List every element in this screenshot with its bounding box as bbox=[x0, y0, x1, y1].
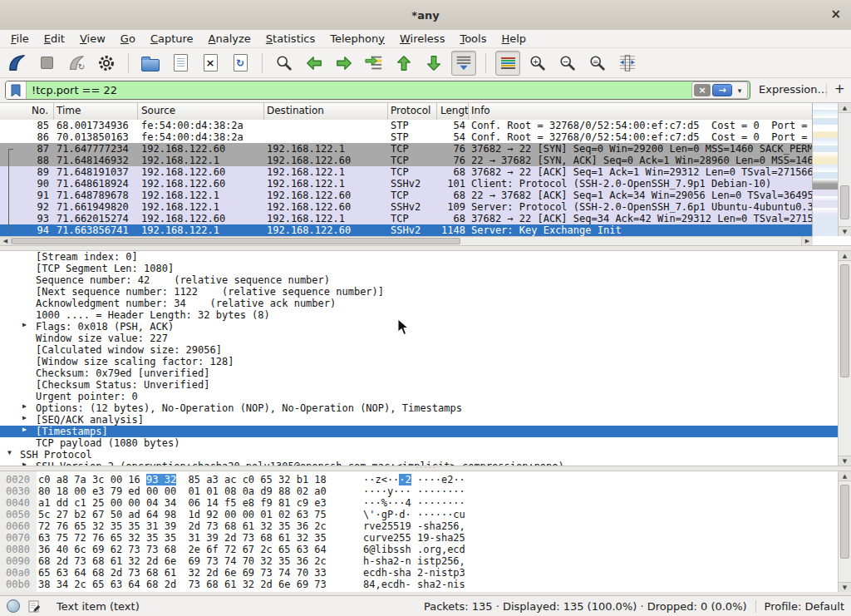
display-filter-field[interactable] bbox=[5, 81, 750, 100]
detail-row[interactable]: TCP payload (1080 bytes) bbox=[0, 437, 838, 449]
hex-row-00a0[interactable]: 00a065 63 64 68 2d 73 68 61 32 2d 6e 69 … bbox=[0, 567, 838, 579]
detail-row[interactable]: [Next sequence number: 1122 (relative se… bbox=[0, 286, 838, 298]
hex-row-0020[interactable]: 0020c0 a8 7a 3c 00 16 93 32 85 a3 ac c0 … bbox=[0, 474, 838, 485]
intelligent-scrollbar-minimap[interactable] bbox=[812, 103, 838, 236]
column-header-time[interactable]: Time bbox=[54, 103, 138, 120]
filter-history-caret-icon[interactable] bbox=[734, 86, 745, 95]
tree-collapsed-icon[interactable]: ▶ bbox=[22, 321, 27, 328]
tree-collapsed-icon[interactable]: ▶ bbox=[22, 426, 27, 433]
open-file-button[interactable] bbox=[138, 51, 163, 76]
expression-button[interactable]: Expression… bbox=[759, 83, 829, 96]
title-bar[interactable]: *any × bbox=[0, 0, 851, 31]
resize-columns-button[interactable] bbox=[615, 51, 640, 76]
hex-row-0050[interactable]: 00505c 27 b2 67 50 ad 64 98 1d 92 00 00 … bbox=[0, 509, 838, 520]
hex-vscrollbar[interactable] bbox=[838, 471, 851, 592]
menu-edit[interactable]: Edit bbox=[37, 30, 72, 48]
detail-row[interactable]: Sequence number: 42 (relative sequence n… bbox=[0, 274, 838, 286]
column-header-info[interactable]: Info bbox=[469, 103, 813, 120]
menu-tools[interactable]: Tools bbox=[452, 30, 494, 48]
hex-row-0030[interactable]: 003080 18 00 e3 79 ed 00 00 01 01 08 0a … bbox=[0, 485, 838, 497]
column-header-no[interactable]: No. bbox=[0, 103, 54, 120]
menu-capture[interactable]: Capture bbox=[143, 30, 201, 48]
capture-comment-icon[interactable] bbox=[28, 599, 42, 614]
packet-row-87[interactable]: 8771.647777234192.168.122.60192.168.122.… bbox=[0, 143, 813, 155]
autoscroll-button[interactable] bbox=[451, 51, 476, 76]
detail-row[interactable]: [Checksum Status: Unverified] bbox=[0, 379, 838, 391]
menu-file[interactable]: File bbox=[3, 30, 37, 48]
detail-row[interactable]: ▶[Timestamps] bbox=[0, 426, 838, 437]
packet-row-91[interactable]: 9171.648789678192.168.122.1192.168.122.6… bbox=[0, 190, 813, 201]
column-header-len[interactable]: Length bbox=[437, 103, 469, 120]
apply-filter-icon[interactable] bbox=[712, 84, 732, 96]
detail-row[interactable]: Checksum: 0x79ed [unverified] bbox=[0, 367, 838, 379]
hex-row-0080[interactable]: 008036 40 6c 69 62 73 73 68 2e 6f 72 67 … bbox=[0, 544, 838, 555]
detail-row[interactable]: [Stream index: 0] bbox=[0, 251, 838, 263]
detail-row[interactable]: [Window size scaling factor: 128] bbox=[0, 356, 838, 367]
status-profile[interactable]: Profile: Default bbox=[765, 600, 844, 613]
expert-info-icon[interactable] bbox=[7, 599, 20, 613]
colorize-button[interactable] bbox=[495, 51, 520, 76]
scroll-down-icon[interactable] bbox=[839, 226, 851, 236]
last-packet-button[interactable] bbox=[421, 51, 446, 76]
menu-wireless[interactable]: Wireless bbox=[392, 30, 452, 48]
stop-capture-button[interactable] bbox=[34, 51, 59, 76]
scrollbar-thumb[interactable] bbox=[840, 485, 849, 559]
detail-row[interactable]: ▶Flags: 0x018 (PSH, ACK) bbox=[0, 321, 838, 333]
reload-file-button[interactable]: ↻ bbox=[228, 51, 253, 76]
clear-filter-icon[interactable] bbox=[694, 84, 711, 96]
detail-row[interactable]: Urgent pointer: 0 bbox=[0, 391, 838, 402]
tree-expanded-icon[interactable]: ▼ bbox=[7, 449, 12, 456]
detail-row[interactable]: [TCP Segment Len: 1080] bbox=[0, 263, 838, 274]
filter-input[interactable] bbox=[27, 81, 691, 99]
column-header-proto[interactable]: Protocol bbox=[388, 103, 437, 120]
find-packet-button[interactable] bbox=[272, 51, 297, 76]
detail-row[interactable]: ▼SSH Protocol bbox=[0, 449, 838, 461]
add-filter-button[interactable]: + bbox=[834, 81, 845, 96]
scroll-up-icon[interactable] bbox=[839, 251, 851, 261]
pane-splitter-top[interactable] bbox=[0, 245, 851, 251]
scroll-down-icon[interactable] bbox=[839, 582, 851, 592]
hex-row-0060[interactable]: 006072 76 65 32 35 35 31 39 2d 73 68 61 … bbox=[0, 520, 838, 532]
tree-collapsed-icon[interactable]: ▶ bbox=[22, 402, 27, 410]
scroll-down-icon[interactable] bbox=[839, 456, 851, 466]
close-file-button[interactable]: × bbox=[198, 51, 223, 76]
packet-row-85[interactable]: 8568.001734936fe:54:00:d4:38:2aSTP54Conf… bbox=[0, 120, 813, 131]
menu-help[interactable]: Help bbox=[494, 30, 534, 48]
scroll-left-icon[interactable] bbox=[0, 237, 12, 245]
pane-splitter-bottom[interactable] bbox=[0, 466, 851, 471]
zoom-reset-button[interactable]: = bbox=[585, 51, 610, 76]
detail-row[interactable]: ▶Options: (12 bytes), No-Operation (NOP)… bbox=[0, 402, 838, 414]
packet-row-94[interactable]: 9471.663856741192.168.122.1192.168.122.6… bbox=[0, 224, 813, 236]
tree-collapsed-icon[interactable]: ▶ bbox=[22, 414, 27, 421]
detail-row[interactable]: [Calculated window size: 29056] bbox=[0, 344, 838, 356]
detail-row[interactable]: ▶[SEQ/ACK analysis] bbox=[0, 414, 838, 426]
packet-list-hscrollbar[interactable] bbox=[0, 236, 813, 245]
packet-row-88[interactable]: 8871.648146932192.168.122.1192.168.122.6… bbox=[0, 155, 813, 166]
close-icon[interactable]: × bbox=[830, 7, 841, 21]
first-packet-button[interactable] bbox=[391, 51, 416, 76]
menu-analyze[interactable]: Analyze bbox=[201, 30, 258, 48]
column-header-dst[interactable]: Destination bbox=[264, 103, 388, 120]
prev-packet-button[interactable] bbox=[302, 51, 327, 76]
menu-view[interactable]: View bbox=[72, 30, 113, 48]
packet-row-90[interactable]: 9071.648618924192.168.122.60192.168.122.… bbox=[0, 178, 813, 190]
packet-row-93[interactable]: 9371.662015274192.168.122.60192.168.122.… bbox=[0, 213, 813, 224]
column-header-src[interactable]: Source bbox=[138, 103, 264, 120]
hex-row-0090[interactable]: 009068 2d 73 68 61 32 2d 6e 69 73 74 70 … bbox=[0, 555, 838, 567]
scroll-right-icon[interactable] bbox=[801, 237, 813, 245]
menu-go[interactable]: Go bbox=[113, 30, 143, 48]
next-packet-button[interactable] bbox=[332, 51, 357, 76]
capture-options-button[interactable] bbox=[94, 51, 119, 76]
scroll-up-icon[interactable] bbox=[839, 471, 851, 481]
scrollbar-thumb[interactable] bbox=[840, 264, 849, 377]
start-capture-button[interactable] bbox=[4, 51, 29, 76]
hex-row-00b0[interactable]: 00b038 34 2c 65 63 64 68 2d 73 68 61 32 … bbox=[0, 579, 838, 590]
packet-row-92[interactable]: 9271.661949820192.168.122.1192.168.122.6… bbox=[0, 201, 813, 213]
scrollbar-thumb[interactable] bbox=[840, 185, 849, 219]
zoom-in-button[interactable]: + bbox=[525, 51, 550, 76]
packet-row-86[interactable]: 8670.013850163fe:54:00:d4:38:2aSTP54Conf… bbox=[0, 131, 813, 143]
menu-statistics[interactable]: Statistics bbox=[258, 30, 322, 48]
restart-capture-button[interactable]: ↻ bbox=[64, 51, 89, 76]
hex-row-0070[interactable]: 007063 75 72 76 65 32 35 35 31 39 2d 73 … bbox=[0, 532, 838, 544]
scroll-up-icon[interactable] bbox=[839, 103, 851, 113]
